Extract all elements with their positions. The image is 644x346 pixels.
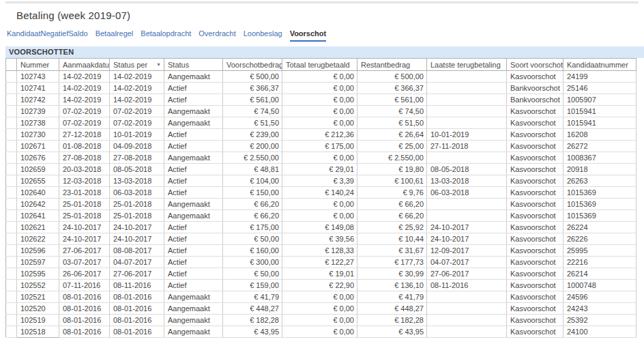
table-row[interactable]: 10274114-02-201914-02-2019Actief€ 366,37…	[6, 83, 636, 94]
cell-laatste-terugbetaling: 27-11-2018	[427, 141, 507, 152]
cell-totaal-terugbetaald: € 122,27	[282, 257, 357, 268]
cell-aanmaakdatum: 25-01-2018	[59, 210, 110, 222]
cell-laatste-terugbetaling	[427, 83, 507, 94]
cell-kandidaatnummer: 26226	[564, 233, 636, 245]
cell-status-per: 25-01-2018	[110, 210, 164, 222]
cell-soort-voorschot: Kasvoorschot	[507, 257, 564, 268]
cell-status-per: 25-01-2018	[110, 199, 164, 210]
row-selector-cell[interactable]	[6, 326, 17, 338]
table-row[interactable]: 10262124-10-201724-10-2017Actief€ 175,00…	[6, 222, 636, 233]
tab-betaalregel[interactable]: Betaalregel	[96, 29, 134, 40]
row-selector-cell[interactable]	[6, 291, 17, 303]
row-selector-cell[interactable]	[6, 164, 17, 175]
sort-dropdown-icon[interactable]: ▼	[156, 62, 161, 68]
column-header-voorschotbedrag[interactable]: Voorschotbedrag	[223, 59, 282, 71]
row-selector-cell[interactable]	[6, 315, 17, 326]
table-row[interactable]: 10267101-08-201804-09-2018Actief€ 200,00…	[6, 141, 636, 152]
cell-aanmaakdatum: 27-12-2018	[59, 129, 110, 141]
row-selector-cell[interactable]	[6, 175, 17, 187]
column-header-aanmaakdatum[interactable]: Aanmaakdatum	[59, 59, 110, 71]
row-selector-cell[interactable]	[6, 187, 17, 199]
table-row[interactable]: 10259526-06-201727-06-2017Actief€ 50,00€…	[6, 268, 636, 280]
cell-voorschotbedrag: € 239,00	[223, 129, 282, 141]
cell-status: Aangemaakt	[164, 106, 223, 117]
table-row[interactable]: 10274214-02-201914-02-2019Actief€ 561,00…	[6, 94, 636, 106]
column-header-totaal-terugbetaald[interactable]: Totaal terugbetaald	[282, 59, 357, 71]
cell-aanmaakdatum: 12-03-2018	[59, 175, 110, 187]
row-selector-cell[interactable]	[6, 94, 17, 106]
column-header-soort-voorschot[interactable]: Soort voorschot	[507, 59, 564, 71]
table-row[interactable]: 10273027-12-201810-01-2019Actief€ 239,00…	[6, 129, 636, 141]
table-row[interactable]: 10274314-02-201914-02-2019Aangemaakt€ 50…	[6, 71, 636, 83]
cell-status-per: 14-02-2019	[110, 71, 164, 83]
row-selector-cell[interactable]	[6, 199, 17, 210]
cell-status-per: 08-01-2016	[110, 315, 164, 326]
cell-voorschotbedrag: € 160,00	[223, 245, 282, 257]
table-row[interactable]: 10252108-01-201608-01-2016Aangemaakt€ 41…	[6, 291, 636, 303]
row-selector-cell[interactable]	[6, 141, 17, 152]
table-row[interactable]: 10262224-10-201724-10-2017Actief€ 50,00€…	[6, 233, 636, 245]
cell-kandidaatnummer: 25995	[564, 245, 636, 257]
row-selector-cell[interactable]	[6, 106, 17, 117]
column-header-status-per[interactable]: Status per▼	[110, 59, 164, 71]
column-header-restantbedrag[interactable]: Restantbedrag	[357, 59, 427, 71]
cell-totaal-terugbetaald: € 29,01	[282, 164, 357, 175]
table-row[interactable]: 10259703-07-201704-07-2017Actief€ 300,00…	[6, 257, 636, 268]
table-row[interactable]: 10259627-06-201708-08-2017Actief€ 160,00…	[6, 245, 636, 257]
table-row[interactable]: 10252008-01-201608-01-2016Aangemaakt€ 44…	[6, 303, 636, 315]
cell-kandidaatnummer: 1015369	[564, 199, 636, 210]
row-selector-cell[interactable]	[6, 222, 17, 233]
cell-restantbedrag: € 25,92	[357, 222, 427, 233]
cell-status: Aangemaakt	[164, 152, 223, 164]
table-row[interactable]: 10273807-02-201907-02-2019Aangemaakt€ 51…	[6, 117, 636, 129]
row-selector-cell[interactable]	[6, 129, 17, 141]
row-selector-cell[interactable]	[6, 233, 17, 245]
tab-betaalopdracht[interactable]: Betaalopdracht	[141, 29, 191, 40]
tab-overdracht[interactable]: Overdracht	[199, 29, 235, 40]
row-selector-cell[interactable]	[6, 210, 17, 222]
table-row[interactable]: 10264125-01-201825-01-2018Aangemaakt€ 66…	[6, 210, 636, 222]
row-selector-cell[interactable]	[6, 152, 17, 164]
column-header-kandidaatnummer[interactable]: Kandidaatnummer	[564, 59, 636, 71]
tab-kandidaatnegatiefsaldo[interactable]: KandidaatNegatiefSaldo	[7, 29, 88, 40]
cell-totaal-terugbetaald: € 0,00	[282, 106, 357, 117]
cell-nummer: 102655	[17, 175, 59, 187]
cell-nummer: 102552	[17, 280, 59, 291]
row-selector-cell[interactable]	[6, 303, 17, 315]
top-scrollbar-track[interactable]	[5, 1, 639, 3]
header-row: NummerAanmaakdatumStatus per▼StatusVoors…	[6, 59, 636, 71]
column-header-laatste-terugbetaling[interactable]: Laatste terugbetaling	[427, 59, 507, 71]
tab-loonbeslag[interactable]: Loonbeslag	[244, 29, 282, 40]
row-selector-cell[interactable]	[6, 71, 17, 83]
cell-kandidaatnummer: 1015941	[564, 117, 636, 129]
row-selector-cell[interactable]	[6, 117, 17, 129]
row-selector-cell[interactable]	[6, 257, 17, 268]
table-row[interactable]: 10273907-02-201907-02-2019Aangemaakt€ 74…	[6, 106, 636, 117]
table-row[interactable]: 10267627-08-201827-08-2018Aangemaakt€ 2.…	[6, 152, 636, 164]
column-header-status[interactable]: Status	[164, 59, 223, 71]
cell-restantbedrag: € 30,99	[357, 268, 427, 280]
cell-totaal-terugbetaald: € 0,00	[282, 117, 357, 129]
cell-status: Actief	[164, 175, 223, 187]
column-header-nummer[interactable]: Nummer	[17, 59, 59, 71]
cell-status: Actief	[164, 257, 223, 268]
table-row[interactable]: 10264023-01-201806-03-2018Actief€ 150,00…	[6, 187, 636, 199]
row-selector-cell[interactable]	[6, 83, 17, 94]
cell-status: Aangemaakt	[164, 210, 223, 222]
tab-voorschot[interactable]: Voorschot	[290, 29, 327, 42]
table-row[interactable]: 10264225-01-201825-01-2018Aangemaakt€ 66…	[6, 199, 636, 210]
row-selector-cell[interactable]	[6, 245, 17, 257]
cell-kandidaatnummer: 1015369	[564, 187, 636, 199]
table-row[interactable]: 10255207-11-201608-11-2016Actief€ 159,00…	[6, 280, 636, 291]
cell-voorschotbedrag: € 41,79	[223, 291, 282, 303]
cell-restantbedrag: € 26,64	[357, 129, 427, 141]
table-row[interactable]: 10251908-01-201608-01-2016Aangemaakt€ 18…	[6, 315, 636, 326]
table-row[interactable]: 10251808-01-201608-01-2016Aangemaakt€ 43…	[6, 326, 636, 338]
table-row[interactable]: 10265512-03-201813-03-2018Actief€ 104,00…	[6, 175, 636, 187]
row-selector-cell[interactable]	[6, 280, 17, 291]
cell-nummer: 102519	[17, 315, 59, 326]
row-selector-cell[interactable]	[6, 268, 17, 280]
table-row[interactable]: 10265920-03-201808-05-2018Actief€ 48,81€…	[6, 164, 636, 175]
cell-soort-voorschot: Kasvoorschot	[507, 222, 564, 233]
cell-restantbedrag: € 66,20	[357, 199, 427, 210]
